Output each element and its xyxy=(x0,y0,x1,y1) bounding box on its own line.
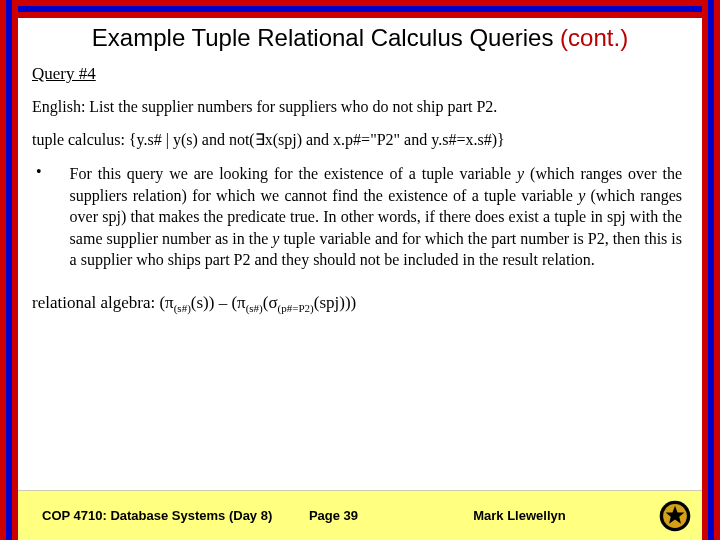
footer-page: Page 39 xyxy=(309,508,473,523)
ra-p2: (s)) – (π xyxy=(191,293,246,312)
relational-algebra-line: relational algebra: (π(s#)(s)) – (π(s#)(… xyxy=(32,293,688,314)
ra-p1: (π xyxy=(159,293,173,312)
footer-author: Mark Llewellyn xyxy=(473,508,658,523)
slide-body: Example Tuple Relational Calculus Querie… xyxy=(18,18,702,490)
ucf-logo-icon xyxy=(658,499,692,533)
ra-sub2: (s#) xyxy=(246,302,263,314)
bullet-row: • For this query we are looking for the … xyxy=(32,163,688,271)
english-line: English: List the supplier numbers for s… xyxy=(32,98,688,116)
footer-bar: COP 4710: Database Systems (Day 8) Page … xyxy=(18,490,702,540)
ra-prefix: relational algebra: xyxy=(32,293,159,312)
query-label: Query #4 xyxy=(32,64,688,84)
ra-sub3: (p#=P2) xyxy=(278,302,314,314)
tuple-calculus-line: tuple calculus: {y.s# | y(s) and not(∃x(… xyxy=(32,130,688,149)
english-prefix: English: xyxy=(32,98,89,115)
slide-title: Example Tuple Relational Calculus Querie… xyxy=(32,24,688,52)
ra-sub1: (s#) xyxy=(174,302,191,314)
slide-frame: Example Tuple Relational Calculus Querie… xyxy=(0,0,720,540)
tuple-prefix: tuple calculus: xyxy=(32,131,129,148)
footer-course: COP 4710: Database Systems (Day 8) xyxy=(42,508,309,523)
bullet-text: For this query we are looking for the ex… xyxy=(70,163,688,271)
english-text: List the supplier numbers for suppliers … xyxy=(89,98,497,115)
tuple-expression: {y.s# | y(s) and not(∃x(spj) and x.p#="P… xyxy=(129,131,505,148)
bullet-mark: • xyxy=(32,163,42,271)
title-cont: (cont.) xyxy=(560,24,628,51)
ra-p4: (spj))) xyxy=(314,293,356,312)
title-main: Example Tuple Relational Calculus Querie… xyxy=(92,24,554,51)
bullet-seg1: For this query we are looking for the ex… xyxy=(70,165,517,182)
ra-p3: (σ xyxy=(263,293,278,312)
